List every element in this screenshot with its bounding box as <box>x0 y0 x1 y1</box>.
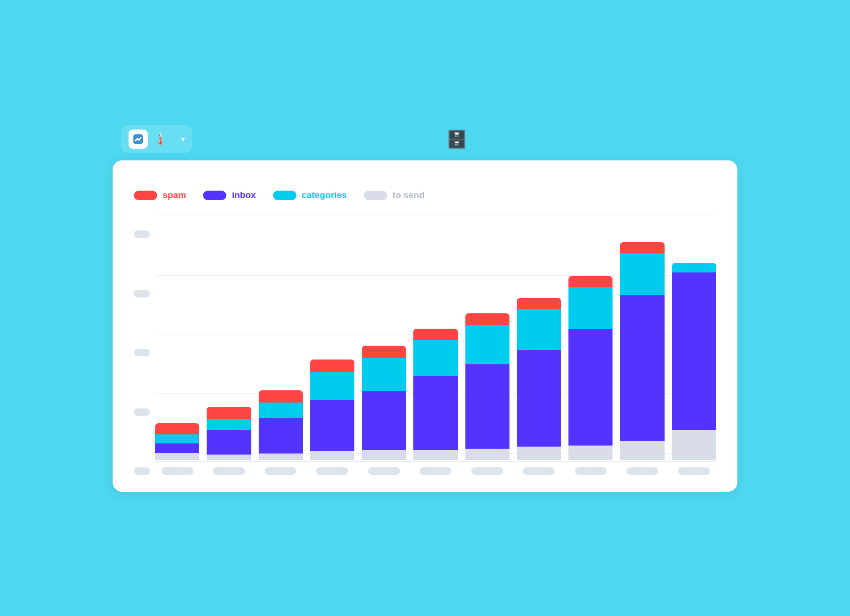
bar-group <box>620 242 664 460</box>
bar-group <box>207 407 251 460</box>
bar-segment-categories <box>620 253 664 295</box>
bar-segment-to_send <box>620 441 664 460</box>
bar-segment-to_send <box>517 447 561 460</box>
x-label <box>155 467 199 475</box>
bar-segment-to_send <box>362 450 406 460</box>
legend-label-inbox: inbox <box>232 190 256 201</box>
x-label-pill <box>162 467 193 475</box>
cabinet-icon: 🗄️ <box>446 129 468 149</box>
stacked-bar <box>155 423 199 460</box>
bar-segment-inbox <box>568 329 613 446</box>
x-label <box>465 467 509 475</box>
stacked-bar <box>517 298 561 460</box>
x-label <box>362 467 406 475</box>
x-label-pill <box>575 467 607 475</box>
bar-segment-inbox <box>259 418 303 454</box>
bar-segment-spam <box>310 360 354 372</box>
stacked-bar <box>310 360 354 460</box>
x-label-pill <box>368 467 400 475</box>
x-label <box>413 467 457 475</box>
bar-segment-spam <box>517 298 561 309</box>
x-label <box>259 467 303 475</box>
y-tick <box>134 230 150 238</box>
y-axis <box>134 230 150 475</box>
bar-segment-to_send <box>568 446 613 460</box>
x-label-pill <box>420 467 452 475</box>
bottom-axis-line <box>155 461 716 462</box>
bar-segment-to_send <box>672 430 716 460</box>
bar-segment-categories <box>259 403 303 418</box>
bar-segment-spam <box>155 423 199 434</box>
bars-row <box>155 216 716 460</box>
y-tick <box>134 290 150 297</box>
bar-segment-inbox <box>155 443 199 452</box>
bar-segment-inbox <box>413 376 457 450</box>
y-tick <box>134 349 150 356</box>
stacked-bar <box>620 242 664 460</box>
chart-area <box>134 216 716 475</box>
x-label-pill <box>265 467 296 475</box>
stacked-bar <box>207 407 251 460</box>
bar-segment-categories <box>517 309 561 350</box>
bar-segment-to_send <box>155 453 199 460</box>
bar-segment-to_send <box>465 449 509 460</box>
legend-label-categories: categories <box>302 190 347 201</box>
bar-group <box>517 298 561 460</box>
x-label-pill <box>626 467 658 475</box>
bar-segment-spam <box>259 390 303 403</box>
bar-segment-inbox <box>362 391 406 449</box>
bar-segment-inbox <box>620 295 664 441</box>
stacked-bar <box>568 276 613 460</box>
logo-box <box>129 130 148 149</box>
legend-item-inbox: inbox <box>203 190 256 201</box>
bar-segment-spam <box>362 346 406 358</box>
chart-legend: spaminboxcategoriesto send <box>134 190 716 201</box>
x-label-pill <box>213 467 245 475</box>
bar-group <box>568 276 613 460</box>
bar-segment-inbox <box>465 364 509 448</box>
x-label <box>310 467 354 475</box>
legend-swatch-to_send <box>364 191 387 200</box>
x-label <box>672 467 716 475</box>
legend-item-spam: spam <box>134 190 186 201</box>
chevron-down-icon[interactable]: ▾ <box>181 135 185 143</box>
bar-segment-spam <box>413 329 457 340</box>
x-label <box>517 467 561 475</box>
stacked-bar <box>362 346 406 460</box>
x-labels <box>155 467 716 475</box>
bar-segment-spam <box>465 313 509 324</box>
thermometer-icon: 🌡️ <box>153 132 167 146</box>
bar-segment-inbox <box>310 400 354 451</box>
top-nav: 🌡️ ▾ 🗄️ <box>113 120 737 160</box>
legend-swatch-inbox <box>203 191 226 200</box>
bar-segment-categories <box>672 263 716 272</box>
bar-segment-spam <box>568 276 613 287</box>
legend-item-to_send: to send <box>364 190 424 201</box>
bar-segment-inbox <box>207 430 251 455</box>
x-label-pill <box>471 467 503 475</box>
x-label <box>620 467 664 475</box>
legend-swatch-categories <box>273 191 296 200</box>
main-card: spaminboxcategoriesto send <box>113 160 737 492</box>
bar-segment-categories <box>310 372 354 400</box>
bar-segment-categories <box>465 325 509 365</box>
bar-group <box>362 346 406 460</box>
legend-label-to_send: to send <box>393 190 424 201</box>
stacked-bar <box>259 390 303 460</box>
bar-group <box>155 423 199 460</box>
x-label-pill <box>316 467 348 475</box>
bar-group <box>259 390 303 460</box>
logo-area[interactable]: 🌡️ ▾ <box>121 125 192 153</box>
stacked-bar <box>413 329 457 460</box>
legend-item-categories: categories <box>273 190 347 201</box>
bar-segment-spam <box>207 407 251 419</box>
stacked-bar <box>465 313 509 460</box>
header-title-area: 🗄️ <box>192 129 729 149</box>
bar-segment-to_send <box>207 455 251 460</box>
y-tick <box>134 467 150 475</box>
bar-segment-to_send <box>413 450 457 460</box>
legend-swatch-spam <box>134 191 157 200</box>
chart-inner <box>155 216 716 475</box>
x-label-pill <box>523 467 555 475</box>
bar-segment-spam <box>620 242 664 253</box>
